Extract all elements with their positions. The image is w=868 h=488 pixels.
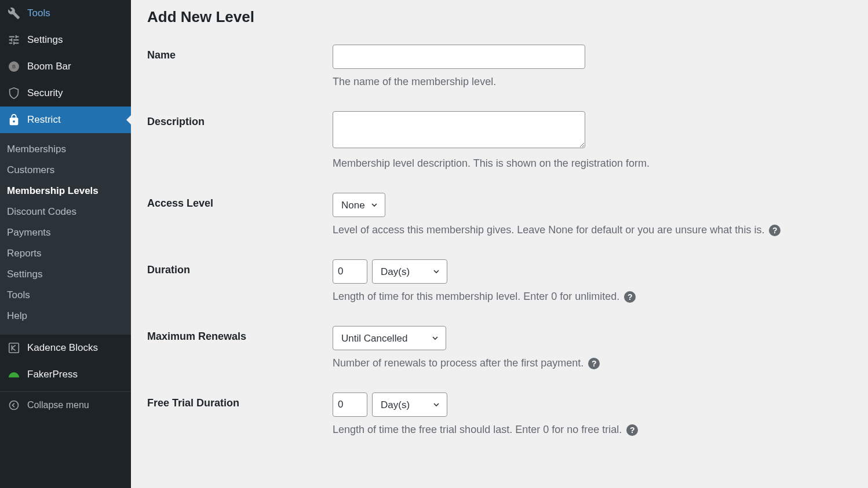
submenu-memberships[interactable]: Memberships — [0, 139, 131, 160]
main-content: Add New Level Name The name of the membe… — [131, 0, 868, 488]
sidebar-item-settings[interactable]: Settings — [0, 27, 131, 53]
row-duration: Duration Day(s) Length of time for this … — [147, 259, 852, 303]
label-duration: Duration — [147, 259, 333, 276]
boombar-icon: B — [7, 60, 21, 74]
page-title: Add New Level — [147, 6, 852, 28]
sidebar-item-boombar[interactable]: B Boom Bar — [0, 53, 131, 80]
label-max-renewals: Maximum Renewals — [147, 326, 333, 343]
sidebar-item-label: Tools — [27, 8, 50, 19]
sidebar-item-label: Restrict — [27, 114, 61, 126]
access-level-select[interactable]: None — [333, 193, 385, 217]
desc-duration: Length of time for this membership level… — [333, 291, 619, 303]
submenu-membership-levels[interactable]: Membership Levels — [0, 181, 131, 201]
label-trial-duration: Free Trial Duration — [147, 392, 333, 409]
admin-sidebar: Tools Settings B Boom Bar Security Restr… — [0, 0, 131, 488]
sidebar-item-fakerpress[interactable]: FakerPress — [0, 361, 131, 388]
sidebar-item-label: FakerPress — [27, 369, 78, 380]
row-description: Description Membership level description… — [147, 111, 852, 170]
restrict-submenu: Memberships Customers Membership Levels … — [0, 133, 131, 335]
submenu-help[interactable]: Help — [0, 306, 131, 326]
help-icon[interactable]: ? — [626, 424, 638, 436]
submenu-discount-codes[interactable]: Discount Codes — [0, 201, 131, 222]
desc-access-level: Level of access this membership gives. L… — [333, 224, 764, 236]
desc-description: Membership level description. This is sh… — [333, 157, 852, 170]
help-icon[interactable]: ? — [769, 225, 781, 236]
sliders-icon — [7, 33, 21, 47]
kadence-icon — [7, 341, 21, 355]
sidebar-item-label: Kadence Blocks — [27, 342, 98, 354]
desc-max-renewals: Number of renewals to process after the … — [333, 357, 583, 369]
help-icon[interactable]: ? — [624, 291, 636, 303]
trial-duration-input[interactable] — [333, 392, 367, 417]
fakerpress-icon — [7, 368, 21, 381]
trial-unit-select[interactable]: Day(s) — [372, 392, 447, 417]
sidebar-item-kadence[interactable]: Kadence Blocks — [0, 335, 131, 361]
svg-rect-0 — [9, 343, 19, 353]
sidebar-item-label: Settings — [27, 34, 63, 46]
submenu-customers[interactable]: Customers — [0, 160, 131, 181]
svg-point-1 — [10, 401, 19, 410]
desc-trial-duration: Length of time the free trial should las… — [333, 424, 622, 436]
label-access-level: Access Level — [147, 193, 333, 210]
sidebar-item-restrict[interactable]: Restrict — [0, 107, 131, 133]
help-icon[interactable]: ? — [588, 358, 600, 369]
sidebar-item-label: Security — [27, 87, 63, 99]
submenu-settings[interactable]: Settings — [0, 264, 131, 285]
submenu-payments[interactable]: Payments — [0, 222, 131, 243]
description-textarea[interactable] — [333, 111, 585, 148]
duration-input[interactable] — [333, 259, 367, 284]
duration-unit-select[interactable]: Day(s) — [372, 259, 447, 284]
row-trial-duration: Free Trial Duration Day(s) Length of tim… — [147, 392, 852, 436]
sidebar-item-label: Boom Bar — [27, 61, 71, 72]
collapse-label: Collapse menu — [27, 400, 89, 410]
row-access-level: Access Level None Level of access this m… — [147, 193, 852, 236]
row-max-renewals: Maximum Renewals Until Cancelled Number … — [147, 326, 852, 369]
collapse-icon — [7, 398, 21, 412]
max-renewals-select[interactable]: Until Cancelled — [333, 326, 446, 350]
label-description: Description — [147, 111, 333, 128]
submenu-tools[interactable]: Tools — [0, 285, 131, 306]
collapse-menu-button[interactable]: Collapse menu — [0, 391, 131, 419]
name-input[interactable] — [333, 45, 585, 69]
label-name: Name — [147, 45, 333, 61]
sidebar-item-tools[interactable]: Tools — [0, 0, 131, 27]
lock-icon — [7, 113, 21, 127]
submenu-reports[interactable]: Reports — [0, 243, 131, 264]
desc-name: The name of the membership level. — [333, 76, 852, 88]
row-name: Name The name of the membership level. — [147, 45, 852, 88]
wrench-icon — [7, 6, 21, 20]
shield-icon — [7, 86, 21, 100]
sidebar-item-security[interactable]: Security — [0, 80, 131, 107]
